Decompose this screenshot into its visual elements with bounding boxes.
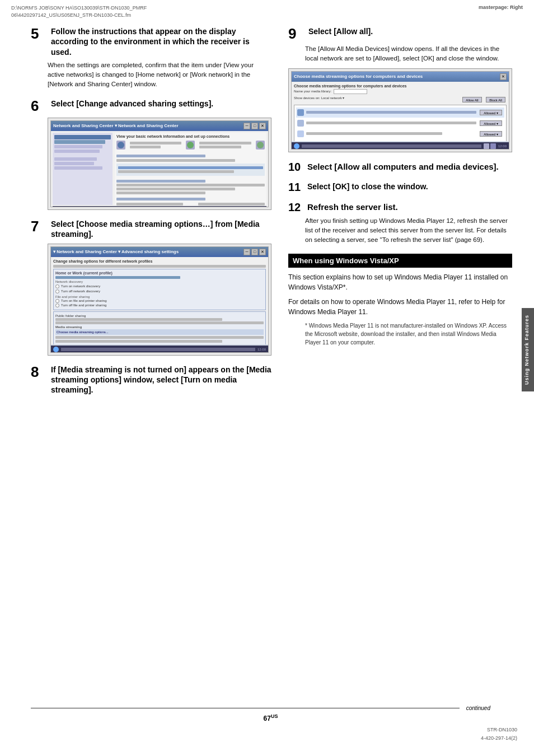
- step-7-header: 7 Select [Choose media streaming options…: [31, 219, 271, 239]
- footer-page-container: 67US: [31, 713, 510, 722]
- step-5-body: When the settings are completed, confirm…: [48, 60, 271, 90]
- ss1-minimize: ─: [243, 123, 250, 129]
- step-12-title: Refresh the server list.: [307, 202, 398, 213]
- header: D:\NORM'S JOB\SONY HA\SO130039\STR-DN103…: [0, 0, 534, 21]
- step-9-header: 9 Select [Allow all].: [288, 26, 512, 41]
- ss2-title: ▾ Network and Sharing Center ▾ Advanced …: [53, 249, 179, 254]
- screenshot-allow-all: Choose media streaming options for compu…: [288, 68, 512, 152]
- step-10-number: 10: [288, 161, 304, 172]
- ss1-maximize: □: [251, 123, 258, 129]
- ss2-close: ✕: [259, 249, 266, 255]
- footer-continued-row: continued: [31, 705, 510, 711]
- step-5-title: Follow the instructions that appear on t…: [51, 26, 271, 57]
- step-10: 10 Select [Allow all computers and media…: [288, 161, 512, 172]
- step-9: 9 Select [Allow all]. The [Allow All Med…: [288, 26, 512, 152]
- footer-model: STR-DN1030 4-420-297-14(2): [481, 726, 517, 742]
- step-7-title: Select [Choose media streaming options…]…: [51, 219, 271, 239]
- step-8-title: If [Media streaming is not turned on] ap…: [51, 365, 271, 395]
- step-5: 5 Follow the instructions that appear on…: [31, 26, 271, 89]
- step-12: 12 Refresh the server list. After you fi…: [288, 202, 512, 245]
- step-6-title: Select [Change advanced sharing settings…: [51, 99, 213, 109]
- footer-model-line1: STR-DN1030: [481, 726, 517, 734]
- step-5-number: 5: [31, 26, 48, 41]
- ss2-minimize: ─: [243, 249, 250, 255]
- step-8: 8 If [Media streaming is not turned on] …: [31, 365, 271, 395]
- step-10-header: 10 Select [Allow all computers and media…: [288, 161, 512, 172]
- step-12-header: 12 Refresh the server list.: [288, 202, 512, 213]
- step-7: 7 Select [Choose media streaming options…: [31, 219, 271, 356]
- step-10-title: Select [Allow all computers and media de…: [307, 161, 499, 172]
- step-8-number: 8: [31, 365, 48, 379]
- vista-body1: This section explains how to set up Wind…: [288, 272, 512, 292]
- step-5-header: 5 Follow the instructions that appear on…: [31, 26, 271, 57]
- header-right: masterpage: Right: [479, 4, 523, 10]
- step-6: 6 Select [Change advanced sharing settin…: [31, 99, 271, 210]
- step-11-number: 11: [288, 181, 304, 193]
- footer-area: continued 67US: [0, 705, 522, 722]
- header-path-line2: 06\4420297142_US\US05ENJ_STR-DN1030-CEL.…: [11, 12, 147, 19]
- header-left: D:\NORM'S JOB\SONY HA\SO130039\STR-DN103…: [11, 4, 147, 18]
- footer-continued-text: continued: [463, 705, 494, 711]
- footer-page-number: 67: [264, 715, 271, 722]
- footer-line-left: [31, 708, 460, 708]
- vista-section-title: When using Windows Vista/XP: [288, 254, 512, 268]
- header-path-line1: D:\NORM'S JOB\SONY HA\SO130039\STR-DN103…: [11, 4, 147, 12]
- ss2-maximize: □: [251, 249, 258, 255]
- screenshot-change-sharing: ▾ Network and Sharing Center ▾ Advanced …: [48, 244, 271, 356]
- step-11-header: 11 Select [OK] to close the window.: [288, 181, 512, 193]
- ss1-title: Network and Sharing Center ▾ Network and…: [53, 123, 179, 128]
- ss3-title: Choose media streaming options for compu…: [294, 74, 423, 79]
- side-tab: Using Network Features: [522, 308, 534, 391]
- step-12-body: After you finish setting up Windows Medi…: [305, 216, 512, 245]
- step-11: 11 Select [OK] to close the window.: [288, 181, 512, 193]
- footer-model-line2: 4-420-297-14(2): [481, 734, 517, 742]
- step-9-title: Select [Allow all].: [308, 26, 373, 36]
- main-content: 5 Follow the instructions that appear on…: [0, 21, 534, 409]
- left-column: 5 Follow the instructions that appear on…: [31, 26, 271, 404]
- step-12-number: 12: [288, 202, 304, 213]
- ss3-close: ✕: [500, 73, 507, 80]
- step-7-number: 7: [31, 219, 48, 234]
- step-11-title: Select [OK] to close the window.: [307, 181, 428, 192]
- vista-body2: For details on how to operate Windows Me…: [288, 297, 512, 317]
- step-6-number: 6: [31, 99, 48, 113]
- step-9-number: 9: [288, 26, 305, 41]
- right-column: 9 Select [Allow all]. The [Allow All Med…: [288, 26, 512, 404]
- page: D:\NORM'S JOB\SONY HA\SO130039\STR-DN103…: [0, 0, 534, 756]
- ss1-close: ✕: [259, 123, 266, 129]
- footer-page-suffix: US: [271, 713, 278, 719]
- vista-note: * Windows Media Player 11 is not manufac…: [305, 321, 512, 347]
- step-9-body: The [Allow All Media Devices] window ope…: [305, 44, 512, 64]
- step-8-header: 8 If [Media streaming is not turned on] …: [31, 365, 271, 395]
- screenshot-sharing-center: Network and Sharing Center ▾ Network and…: [48, 118, 271, 210]
- step-6-header: 6 Select [Change advanced sharing settin…: [31, 99, 271, 113]
- vista-section: When using Windows Vista/XP This section…: [288, 254, 512, 347]
